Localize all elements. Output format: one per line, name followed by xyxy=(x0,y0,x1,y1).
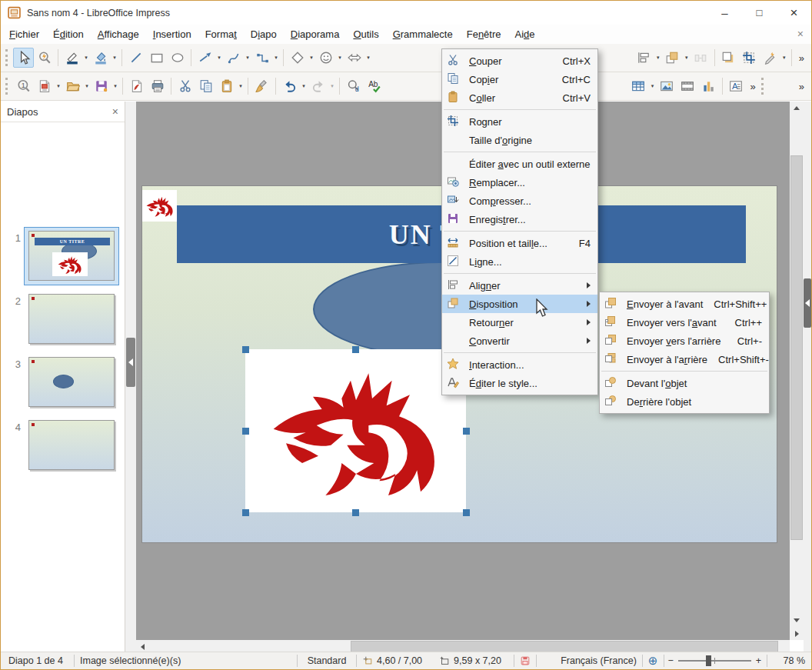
selection-handle-nw[interactable] xyxy=(242,346,249,353)
document-modified-icon[interactable] xyxy=(520,655,531,666)
context-item-disposition[interactable]: Disposition xyxy=(442,295,597,313)
open-dropdown[interactable]: ▾ xyxy=(83,76,91,96)
submenu-envoyer-vers-arriere[interactable]: Envoyer vers l'arrière Ctrl+- xyxy=(600,332,769,350)
insert-table-button[interactable] xyxy=(628,76,649,96)
selection-handle-s[interactable] xyxy=(352,509,359,516)
selection-handle-w[interactable] xyxy=(242,428,249,435)
selection-handle-se[interactable] xyxy=(463,509,470,516)
paste-button[interactable] xyxy=(216,76,237,96)
status-zoom-level[interactable]: 78 % xyxy=(773,655,805,666)
submenu-envoyer-a-avant[interactable]: Envoyer à l'avant Ctrl+Shift++ xyxy=(600,295,769,313)
panel-splitter[interactable] xyxy=(125,102,136,652)
selected-image[interactable] xyxy=(245,349,466,512)
connector-button[interactable] xyxy=(251,48,272,68)
vertical-scroll-thumb[interactable] xyxy=(790,155,803,540)
slide-1-thumb[interactable]: UN TITRE xyxy=(28,231,115,281)
menu-edition[interactable]: Édition xyxy=(46,25,91,43)
zoom-slider-thumb[interactable] xyxy=(706,655,711,666)
transformations-button[interactable] xyxy=(760,48,780,68)
context-item-enregistrer[interactable]: Enregistrer... xyxy=(442,210,597,228)
line-color-button[interactable] xyxy=(62,48,82,68)
insert-media-button[interactable] xyxy=(677,76,698,96)
toolbar-grip[interactable] xyxy=(5,49,9,66)
menu-fenetre[interactable]: Fenêtre xyxy=(460,25,508,43)
new-presentation-button[interactable] xyxy=(34,76,55,96)
print-button[interactable] xyxy=(147,76,168,96)
submenu-envoyer-vers-avant[interactable]: Envoyer vers l'avant Ctrl++ xyxy=(600,313,769,332)
status-language[interactable]: Français (France) xyxy=(561,655,637,666)
basic-shapes-dropdown[interactable]: ▾ xyxy=(308,48,315,68)
symbol-shapes-dropdown[interactable]: ▾ xyxy=(336,48,344,68)
align-objects-button[interactable] xyxy=(634,48,654,68)
spelling-button[interactable]: Ab xyxy=(364,76,384,96)
context-item-couper[interactable]: Couper Ctrl+X xyxy=(442,52,597,70)
block-arrows-button[interactable] xyxy=(344,48,364,68)
scroll-up-button[interactable] xyxy=(790,102,804,115)
submenu-derriere-objet[interactable]: Derrière l'objet xyxy=(600,392,769,411)
slide-2-thumb[interactable] xyxy=(28,294,115,344)
curve-dropdown[interactable]: ▾ xyxy=(244,48,251,68)
selection-handle-e[interactable] xyxy=(463,428,470,435)
context-item-rogner[interactable]: Rogner xyxy=(442,112,597,131)
select-button[interactable] xyxy=(13,48,34,68)
ellipse-button[interactable] xyxy=(167,48,188,68)
menu-fichier[interactable]: Fichier xyxy=(2,25,46,43)
context-item-position-taille[interactable]: Position et taille... F4 xyxy=(442,234,597,252)
vertical-scrollbar[interactable] xyxy=(790,102,804,640)
horizontal-scroll-thumb[interactable] xyxy=(351,641,778,652)
table-dropdown[interactable]: ▾ xyxy=(649,76,657,96)
fit-slide-icon[interactable]: ⊕ xyxy=(648,654,658,668)
context-item-editer-style[interactable]: Éditer le style... xyxy=(442,374,597,392)
basic-shapes-button[interactable] xyxy=(287,48,308,68)
toolbar-grip[interactable] xyxy=(761,78,765,95)
context-item-taille-origine[interactable]: Taille d'origine xyxy=(442,131,597,149)
block-arrows-dropdown[interactable]: ▾ xyxy=(364,48,372,68)
curve-button[interactable] xyxy=(223,48,244,68)
slide-thumbnail-selected[interactable]: UN TITRE xyxy=(24,227,119,285)
close-document-icon[interactable]: × xyxy=(797,28,804,40)
slide-4-thumb[interactable] xyxy=(28,420,115,470)
symbol-shapes-button[interactable] xyxy=(315,48,336,68)
menu-outils[interactable]: Outils xyxy=(346,25,385,43)
slide-corner-logo[interactable] xyxy=(142,190,177,222)
redo-button[interactable] xyxy=(308,76,328,96)
copy-button[interactable] xyxy=(195,76,216,96)
toolbar-overflow-icon[interactable]: » xyxy=(747,81,760,92)
menu-grammalecte[interactable]: Grammalecte xyxy=(386,25,460,43)
open-button[interactable] xyxy=(62,76,83,96)
submenu-devant-objet[interactable]: Devant l'objet xyxy=(600,374,769,392)
zoom-in-button[interactable]: + xyxy=(756,655,761,666)
insert-image-button[interactable] xyxy=(657,76,677,96)
arrange-button[interactable] xyxy=(662,48,683,68)
align-dropdown[interactable]: ▾ xyxy=(654,48,662,68)
paste-dropdown[interactable]: ▾ xyxy=(237,76,245,96)
line-color-dropdown[interactable]: ▾ xyxy=(82,48,90,68)
crop-image-button[interactable] xyxy=(739,48,760,68)
zoom-page-button[interactable]: 1 xyxy=(13,76,34,96)
context-item-compresser[interactable]: Compresser... xyxy=(442,192,597,210)
transformations-dropdown[interactable]: ▾ xyxy=(780,48,788,68)
sidebar-splitter[interactable] xyxy=(804,102,812,652)
selection-handle-sw[interactable] xyxy=(242,509,249,516)
scroll-down-button[interactable] xyxy=(790,614,804,627)
new-dropdown[interactable]: ▾ xyxy=(55,76,62,96)
context-item-interaction[interactable]: Interaction... xyxy=(442,355,597,374)
shadow-button[interactable] xyxy=(718,48,739,68)
connector-dropdown[interactable]: ▾ xyxy=(272,48,280,68)
menu-insertion[interactable]: Insertion xyxy=(146,25,198,43)
fill-color-dropdown[interactable]: ▾ xyxy=(111,48,118,68)
menu-diaporama[interactable]: Diaporama xyxy=(284,25,347,43)
lines-arrows-button[interactable] xyxy=(195,48,215,68)
lines-arrows-dropdown[interactable]: ▾ xyxy=(215,48,223,68)
insert-textbox-button[interactable]: A xyxy=(726,76,747,96)
status-style[interactable]: Standard xyxy=(303,655,351,666)
insert-line-button[interactable] xyxy=(125,48,146,68)
toolbar-overflow-icon[interactable]: » xyxy=(795,52,808,64)
context-item-editer-outil-externe[interactable]: Éditer avec un outil externe xyxy=(442,155,597,173)
minimize-button[interactable]: – xyxy=(707,2,742,25)
context-item-convertir[interactable]: Convertir xyxy=(442,332,597,350)
export-pdf-button[interactable] xyxy=(126,76,147,96)
undo-dropdown[interactable]: ▾ xyxy=(300,76,308,96)
slide-3-thumb[interactable] xyxy=(28,357,115,407)
distribute-button[interactable] xyxy=(691,48,711,68)
